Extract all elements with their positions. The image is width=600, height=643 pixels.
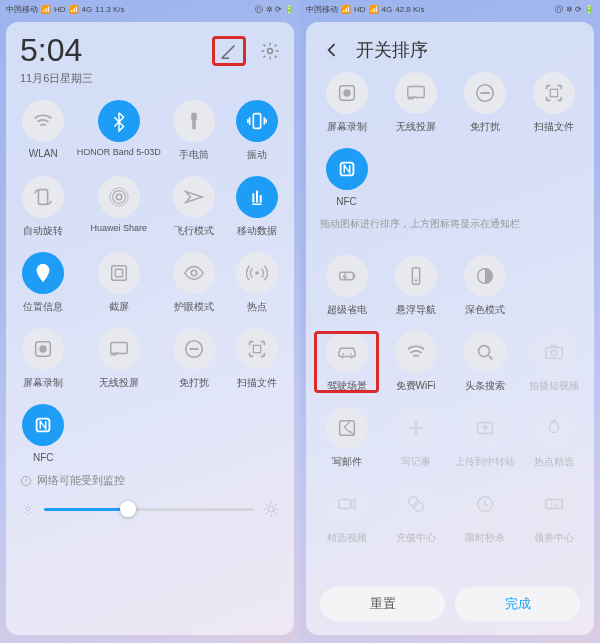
- toggle-plus[interactable]: 写记事: [383, 407, 448, 469]
- toggle-ticket[interactable]: ¥领券中心: [521, 483, 586, 545]
- toggle-grid: WLANHONOR Band 5-03D手电筒振动自动旋转Huawei Shar…: [14, 100, 286, 463]
- dock-icon: [395, 255, 437, 297]
- video-icon: [326, 483, 368, 525]
- torch-icon: [173, 100, 215, 142]
- arrange-toggles-pane: 中国移动 📶HD📶4G42.8 K/s ⓝ ✲ ⟳ 🔋 开关排序 屏幕录制无线投…: [300, 0, 600, 643]
- toggle-vibrate[interactable]: 振动: [227, 100, 286, 162]
- svg-point-14: [40, 345, 47, 352]
- toggle-car[interactable]: 驾驶场景: [314, 331, 379, 393]
- toggle-upload[interactable]: 上传到中转站: [452, 407, 517, 469]
- wifi-icon: [22, 100, 64, 142]
- toggle-recharge[interactable]: 充值中心: [383, 483, 448, 545]
- done-button[interactable]: 完成: [455, 587, 580, 621]
- toggle-nfc[interactable]: NFC: [14, 404, 73, 463]
- cast-icon: [98, 328, 140, 370]
- svg-rect-10: [115, 269, 122, 276]
- toggle-share[interactable]: Huawei Share: [77, 176, 161, 238]
- edit-toggles-button[interactable]: [212, 36, 246, 66]
- reset-button[interactable]: 重置: [320, 587, 445, 621]
- toggle-clock[interactable]: 限时秒杀: [452, 483, 517, 545]
- svg-point-23: [343, 89, 350, 96]
- svg-rect-29: [353, 274, 355, 278]
- toggle-bt[interactable]: HONOR Band 5-03D: [77, 100, 161, 162]
- upload-icon: [464, 407, 506, 449]
- toggle-eye[interactable]: 护眼模式: [165, 252, 224, 314]
- svg-rect-40: [338, 499, 350, 508]
- svg-rect-17: [253, 345, 260, 352]
- toggle-scan[interactable]: 扫描文件: [521, 72, 586, 134]
- toggle-shot[interactable]: 截屏: [77, 252, 161, 314]
- toggle-dock[interactable]: 悬浮导航: [383, 255, 448, 317]
- toggle-cast[interactable]: 无线投屏: [383, 72, 448, 134]
- toggle-cast[interactable]: 无线投屏: [77, 328, 161, 390]
- share-icon: [98, 176, 140, 218]
- toggle-bat[interactable]: 超级省电: [314, 255, 379, 317]
- scan-icon: [533, 72, 575, 114]
- toggle-dnd[interactable]: 免打扰: [165, 328, 224, 390]
- svg-rect-26: [550, 89, 557, 96]
- hotspot-icon: [236, 252, 278, 294]
- svg-point-6: [112, 191, 125, 204]
- recharge-icon: [395, 483, 437, 525]
- bat-icon: [326, 255, 368, 297]
- toggle-rec[interactable]: 屏幕录制: [314, 72, 379, 134]
- toggle-rotate[interactable]: 自动旋转: [14, 176, 73, 238]
- svg-rect-3: [253, 114, 260, 129]
- dnd-icon: [173, 328, 215, 370]
- toggle-rec[interactable]: 屏幕录制: [14, 328, 73, 390]
- settings-icon[interactable]: [260, 41, 280, 61]
- rec-icon: [22, 328, 64, 370]
- clock-icon: [464, 483, 506, 525]
- arrange-panel: 开关排序 屏幕录制无线投屏免打扰扫描文件 NFC 拖动图标进行排序，上方图标将显…: [306, 22, 594, 635]
- toggle-scan[interactable]: 扫描文件: [227, 328, 286, 390]
- toggle-hotspot[interactable]: 热点: [227, 252, 286, 314]
- status-bar: 中国移动 📶HD📶4G42.8 K/s ⓝ ✲ ⟳ 🔋: [300, 0, 600, 18]
- toggle-cam[interactable]: 拍摄短视频: [521, 331, 586, 393]
- toggle-nfc[interactable]: NFC: [314, 148, 379, 207]
- vibrate-icon: [236, 100, 278, 142]
- search-icon: [464, 331, 506, 373]
- svg-point-34: [349, 353, 351, 355]
- clock: 5:04: [20, 32, 82, 69]
- toggle-wifi[interactable]: 免费WiFi: [383, 331, 448, 393]
- toggle-video[interactable]: 精选视频: [314, 483, 379, 545]
- cast-icon: [395, 72, 437, 114]
- page-title: 开关排序: [356, 38, 428, 62]
- cam-icon: [533, 331, 575, 373]
- wifi-icon: [395, 331, 437, 373]
- ticket-icon: ¥: [533, 483, 575, 525]
- svg-point-33: [342, 353, 344, 355]
- rotate-icon: [22, 176, 64, 218]
- toggle-torch[interactable]: 手电筒: [165, 100, 224, 162]
- mail-icon: [326, 407, 368, 449]
- bt-icon: [98, 100, 140, 142]
- back-button[interactable]: [322, 40, 342, 60]
- svg-point-8: [41, 268, 46, 273]
- svg-point-35: [478, 346, 489, 357]
- network-monitored-note[interactable]: 网络可能受到监控: [20, 473, 286, 488]
- toggle-wifi[interactable]: WLAN: [14, 100, 73, 162]
- toggle-flame[interactable]: 热点精选: [521, 407, 586, 469]
- flame-icon: [533, 407, 575, 449]
- toggle-data[interactable]: 移动数据: [227, 176, 286, 238]
- svg-point-5: [116, 194, 122, 200]
- toggle-dark[interactable]: 深色模式: [452, 255, 517, 317]
- dark-icon: [464, 255, 506, 297]
- svg-point-0: [268, 48, 273, 53]
- carrier: 中国移动: [6, 4, 38, 15]
- toggle-pin[interactable]: 位置信息: [14, 252, 73, 314]
- brightness-slider[interactable]: [14, 500, 286, 518]
- plus-icon: [395, 407, 437, 449]
- pin-icon: [22, 252, 64, 294]
- toggle-search[interactable]: 头条搜索: [452, 331, 517, 393]
- svg-rect-1: [191, 113, 197, 120]
- toggle-plane[interactable]: 飞行模式: [165, 176, 224, 238]
- toggle-dnd[interactable]: 免打扰: [452, 72, 517, 134]
- brightness-high-icon: [262, 500, 280, 518]
- toggle-mail[interactable]: 写邮件: [314, 407, 379, 469]
- svg-rect-4: [39, 190, 48, 205]
- svg-point-12: [255, 271, 259, 275]
- svg-point-20: [26, 507, 30, 511]
- date-label: 11月6日星期三: [14, 71, 286, 86]
- eye-icon: [173, 252, 215, 294]
